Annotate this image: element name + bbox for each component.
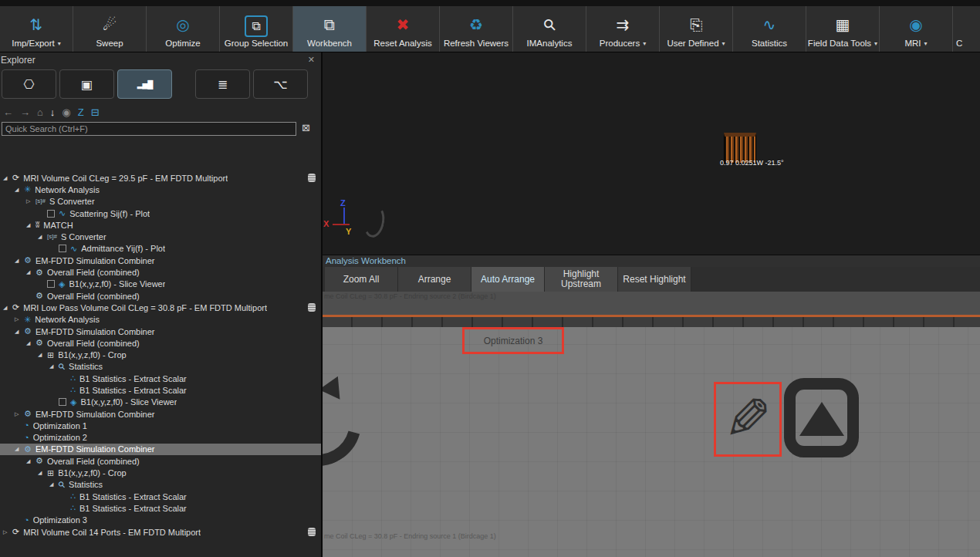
workbench-canvas[interactable]: Optimization 3 ✎ me Coil CLeg = 30.8 pF … bbox=[323, 315, 980, 557]
toolbar-item-mri[interactable]: ◉MRI▾ bbox=[880, 6, 953, 52]
quick-search-input[interactable] bbox=[2, 122, 296, 136]
move-down-icon[interactable]: ↓ bbox=[50, 107, 56, 117]
tree-expanded-arrow-icon[interactable]: ◢ bbox=[3, 175, 12, 181]
toolbar-item-optimize[interactable]: ◎Optimize bbox=[147, 6, 220, 52]
tree-expanded-arrow-icon[interactable]: ◢ bbox=[38, 470, 47, 476]
toolbar-item-refresh-viewers[interactable]: ♻Refresh Viewers bbox=[440, 6, 513, 52]
edit-pencil-icon[interactable]: ✎ bbox=[724, 391, 772, 448]
toolbar-item-sweep[interactable]: ☄Sweep bbox=[73, 6, 147, 52]
tree-row[interactable]: ◢⊞B1(x,y,z,f0) - Crop bbox=[0, 467, 323, 478]
optimization-3-node[interactable]: Optimization 3 bbox=[462, 327, 564, 354]
back-icon[interactable]: ← bbox=[3, 107, 13, 117]
tree-expanded-arrow-icon[interactable]: ◢ bbox=[15, 446, 24, 452]
workbench-button-auto-arrange[interactable]: Auto Arrange bbox=[471, 267, 545, 292]
filter-button-simulation-view[interactable]: ▣ bbox=[59, 69, 114, 99]
toolbar-item-producers[interactable]: ⇉Producers▾ bbox=[586, 6, 660, 52]
tree-expanded-arrow-icon[interactable]: ◢ bbox=[26, 222, 35, 228]
extract-scalar-icon: ∴ bbox=[70, 492, 76, 501]
tree-checkbox[interactable] bbox=[59, 398, 66, 406]
tree-row[interactable]: ◢⚙EM-FDTD Simulation Combiner bbox=[0, 326, 323, 337]
workbench-button-reset-highlight[interactable]: Reset Highlight bbox=[618, 267, 691, 292]
tree-row[interactable]: ∴B1 Statistics - Extract Scalar bbox=[0, 502, 323, 514]
tree-collapsed-arrow-icon[interactable]: ▷ bbox=[26, 198, 35, 204]
tree-expanded-arrow-icon[interactable]: ◢ bbox=[3, 305, 12, 311]
tree-expanded-arrow-icon[interactable]: ◢ bbox=[38, 234, 47, 240]
tree-row[interactable]: ▷⚙EM-FDTD Simulation Combiner bbox=[0, 408, 323, 420]
tree-checkbox[interactable] bbox=[47, 280, 55, 288]
explorer-quick-icons: ←→⌂↓◉Z⊟ bbox=[3, 105, 100, 119]
tree-row[interactable]: ∿Scattering Sij(f) - Plot bbox=[0, 208, 323, 219]
tree-collapsed-arrow-icon[interactable]: ▷ bbox=[3, 529, 12, 535]
tree-collapsed-arrow-icon[interactable]: ▷ bbox=[15, 316, 24, 322]
tree-expanded-arrow-icon[interactable]: ◢ bbox=[38, 352, 47, 358]
home-icon[interactable]: ⌂ bbox=[37, 107, 43, 117]
tree-expanded-arrow-icon[interactable]: ◢ bbox=[26, 340, 35, 346]
toolbar-item-imanalytics[interactable]: ⚲IMAnalytics bbox=[513, 6, 586, 52]
tree-row[interactable]: ∴B1 Statistics - Extract Scalar bbox=[0, 384, 323, 396]
search-clear-icon[interactable]: ⊠ bbox=[302, 123, 310, 133]
visibility-icon[interactable]: ◉ bbox=[62, 107, 70, 117]
tree-checkbox[interactable] bbox=[47, 210, 55, 218]
tree-row[interactable]: ◢⚙Overall Field (combined) bbox=[0, 337, 323, 349]
workbench-button-arrange[interactable]: Arrange bbox=[398, 267, 471, 292]
tree-row[interactable]: ∴B1 Statistics - Extract Scalar bbox=[0, 491, 323, 502]
tree-item-label: B1(x,y,z,f0) - Crop bbox=[58, 350, 126, 360]
tree-expanded-arrow-icon[interactable]: ◢ bbox=[26, 458, 35, 464]
workbench-button-highlight-upstream[interactable]: Highlight Upstream bbox=[545, 267, 618, 292]
tree-row[interactable]: ◢⚲Statistics bbox=[0, 361, 323, 373]
tree-row[interactable]: ∿Admittance Yij(f) - Plot bbox=[0, 243, 323, 255]
tree-row[interactable]: ◢⊞B1(x,y,z,f0) - Crop bbox=[0, 349, 323, 360]
tree-expanded-arrow-icon[interactable]: ◢ bbox=[15, 258, 24, 264]
tree-row[interactable]: ◢⚙EM-FDTD Simulation Combiner bbox=[0, 255, 323, 266]
edit-node-highlight-box[interactable]: ✎ bbox=[714, 382, 782, 457]
tree-row[interactable]: ▷⟳MRI Volume Coil 14 Ports - EM FDTD Mul… bbox=[0, 526, 323, 538]
filter-button-model-view[interactable]: ⎔ bbox=[2, 69, 56, 99]
tree-expanded-arrow-icon[interactable]: ◢ bbox=[26, 269, 35, 275]
collapse-all-icon[interactable]: ⊟ bbox=[91, 107, 100, 117]
tree-row[interactable]: ◢⟳MRI Volume Coil CLeg = 29.5 pF - EM FD… bbox=[0, 172, 323, 184]
tree-checkbox[interactable] bbox=[59, 245, 66, 252]
filter-button-tree-view[interactable]: ⌥ bbox=[253, 69, 308, 99]
explorer-close-icon[interactable]: ✕ bbox=[308, 55, 315, 65]
workbench-button-zoom-all[interactable]: Zoom All bbox=[325, 267, 398, 292]
toolbar-item-field-data-tools[interactable]: ▦Field Data Tools▾ bbox=[806, 6, 880, 52]
tree-row[interactable]: ◢✳Network Analysis bbox=[0, 184, 323, 195]
tree-row[interactable]: ◔Optimization 1 bbox=[0, 420, 323, 431]
tree-row[interactable]: ▷✳Network Analysis bbox=[0, 314, 323, 326]
tree-row[interactable]: ◔Optimization 3 bbox=[0, 515, 323, 526]
filter-button-settings-view[interactable]: ≣ bbox=[195, 69, 250, 99]
toolbar-item-group-selection[interactable]: ⧉Group Selection bbox=[220, 6, 293, 52]
tree-row[interactable]: ▷[s]#S Converter bbox=[0, 196, 323, 208]
tree-row[interactable]: ◢⚲Statistics bbox=[0, 479, 323, 491]
toolbar-item-user-defined[interactable]: ⎘User Defined▾ bbox=[660, 6, 733, 52]
tree-row[interactable]: ◔Optimization 2 bbox=[0, 432, 323, 444]
tree-row[interactable]: ◈B1(x,y,z,f0) - Slice Viewer bbox=[0, 397, 323, 408]
explorer-panel: Explorer ✕ ⎔▣▂▅█≣⌥ ←→⌂↓◉Z⊟ ⊠ ◢⟳MRI Volum… bbox=[0, 52, 323, 557]
tree-item-label: MATCH bbox=[43, 221, 73, 230]
toolbar-item-statistics[interactable]: ∿Statistics bbox=[733, 6, 806, 52]
tree-row[interactable]: ◢⟳MRI Low Pass Volume Coil CLeg = 30.8 p… bbox=[0, 302, 323, 313]
tree-row[interactable]: ◢⚙Overall Field (combined) bbox=[0, 455, 323, 467]
tree-row[interactable]: ◢[s]#S Converter bbox=[0, 231, 323, 242]
sort-z-icon[interactable]: Z bbox=[78, 107, 84, 117]
filter-button-analysis-view[interactable]: ▂▅█ bbox=[117, 69, 172, 99]
upload-icon[interactable] bbox=[784, 378, 859, 457]
simulation-icon: ⟳ bbox=[12, 303, 19, 312]
forward-icon[interactable]: → bbox=[20, 107, 30, 117]
tree-row[interactable]: ◢ʬMATCH bbox=[0, 219, 323, 231]
extract-scalar-icon: ∴ bbox=[70, 504, 76, 512]
node-ghost-text-bottom: me Coil CLeg = 30.8 pF - Endring source … bbox=[324, 532, 496, 540]
tree-row[interactable]: ⚙Overall Field (combined) bbox=[0, 290, 323, 302]
toolbar-item-imp-export[interactable]: ⇅Imp/Export▾ bbox=[0, 6, 73, 52]
tree-collapsed-arrow-icon[interactable]: ▷ bbox=[15, 411, 24, 417]
toolbar-item-c[interactable]: C bbox=[953, 6, 980, 52]
tree-expanded-arrow-icon[interactable]: ◢ bbox=[15, 329, 24, 335]
tree-row[interactable]: ∴B1 Statistics - Extract Scalar bbox=[0, 373, 323, 384]
toolbar-item-workbench[interactable]: ⧉Workbench bbox=[293, 6, 367, 52]
tree-row[interactable]: ◢⚙Overall Field (combined) bbox=[0, 266, 323, 278]
tree-row[interactable]: ◈B1(x,y,z,f0) - Slice Viewer bbox=[0, 278, 323, 290]
tree-expanded-arrow-icon[interactable]: ◢ bbox=[15, 187, 24, 193]
toolbar-item-reset-analysis[interactable]: ✖Reset Analysis bbox=[367, 6, 440, 52]
viewport-3d[interactable]: 0.97 0.0251W -21.5° Z X Y bbox=[323, 52, 980, 255]
tree-row[interactable]: ◢⚙EM-FDTD Simulation Combiner bbox=[0, 444, 323, 455]
